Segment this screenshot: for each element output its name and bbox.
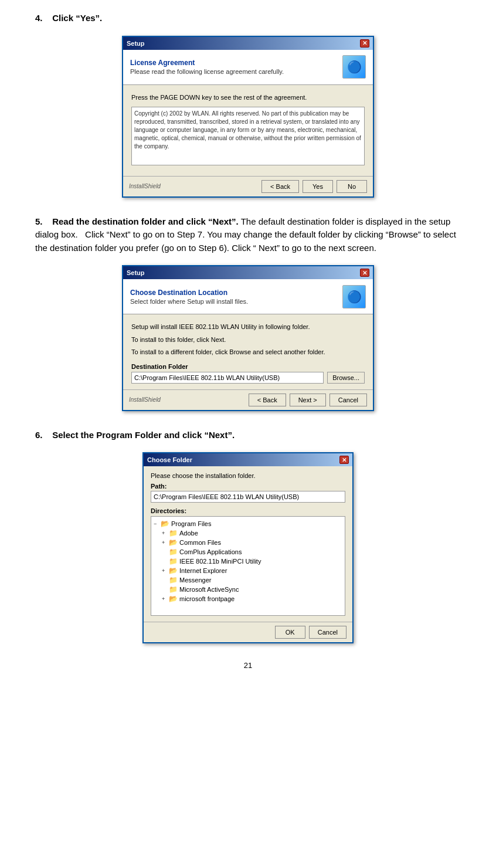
destination-cancel-button[interactable]: Cancel	[329, 394, 367, 406]
step-4-number: 4.	[35, 13, 43, 23]
license-text-area[interactable]: Copyright (c) 2002 by WLAN. All rights r…	[131, 107, 365, 165]
folder-titlebar: Choose Folder ✕	[144, 453, 352, 466]
dir-label: Directories:	[151, 507, 345, 514]
destination-panel-title: Choose Destination Location	[130, 289, 248, 297]
folder-dialog-wrapper: Choose Folder ✕ Please choose the instal…	[35, 452, 461, 643]
step-6: 6. Select the Program Folder and click “…	[35, 429, 461, 644]
folder-dialog: Choose Folder ✕ Please choose the instal…	[142, 452, 354, 643]
tree-item-label: Adobe	[179, 530, 198, 537]
license-dialog-footer: InstallShield < Back Yes No	[123, 176, 373, 196]
destination-titlebar: Setup ✕	[123, 266, 373, 279]
destination-brand: InstallShield	[129, 396, 161, 403]
path-label: Path:	[151, 483, 345, 490]
dest-content-line-3: To install to a different folder, click …	[131, 348, 365, 357]
dest-folder-input[interactable]	[131, 372, 324, 384]
license-panel-sub: Please read the following license agreem…	[130, 68, 284, 75]
step-6-header: 6. Select the Program Folder and click “…	[35, 429, 461, 442]
step-6-number: 6.	[35, 430, 43, 440]
page-number: 21	[35, 661, 461, 670]
folder-ok-button[interactable]: OK	[275, 626, 305, 639]
dir-tree[interactable]: −📂Program Files+📁Adobe+📂Common Files📁Com…	[151, 516, 345, 616]
step-4-header: 4. Click “Yes”.	[35, 12, 461, 25]
destination-dialog-footer: InstallShield < Back Next > Cancel	[123, 389, 373, 410]
license-dialog-content: Press the PAGE DOWN key to see the rest …	[123, 85, 373, 176]
browse-button[interactable]: Browse...	[327, 372, 365, 384]
step-5: 5. Read the destination folder and click…	[35, 215, 461, 411]
tree-item-label: IEEE 802.11b MiniPCI Utility	[179, 558, 261, 565]
tree-expand-icon: +	[162, 568, 168, 574]
tree-item[interactable]: +📂microsoft frontpage	[154, 594, 342, 603]
step-5-header: 5. Read the destination folder and click…	[35, 215, 461, 255]
license-no-button[interactable]: No	[337, 180, 367, 193]
license-brand: InstallShield	[129, 183, 161, 189]
tree-item-label: microsoft frontpage	[179, 595, 235, 602]
tree-item-label: Messenger	[179, 577, 211, 584]
license-dialog: Setup ✕ License Agreement Please read th…	[122, 36, 374, 198]
license-back-button[interactable]: < Back	[261, 180, 299, 193]
destination-panel-header: Choose Destination Location Select folde…	[123, 279, 373, 314]
destination-dialog-wrapper: Setup ✕ Choose Destination Location Sele…	[35, 265, 461, 411]
destination-panel-header-text: Choose Destination Location Select folde…	[130, 289, 248, 305]
license-panel-icon: 🔵	[342, 55, 366, 79]
step-5-bold: Read the destination folder and click “N…	[52, 216, 239, 226]
destination-back-button[interactable]: < Back	[249, 394, 286, 406]
tree-item-label: ComPlus Applications	[179, 548, 242, 555]
tree-item-label: Program Files	[171, 520, 211, 527]
step-4-bold: Click “Yes”.	[52, 13, 102, 23]
folder-close-button[interactable]: ✕	[339, 456, 349, 464]
path-input[interactable]	[151, 491, 345, 503]
destination-panel-sub: Select folder where Setup will install f…	[130, 298, 248, 305]
tree-item[interactable]: 📁IEEE 802.11b MiniPCI Utility	[154, 557, 342, 566]
folder-icon: 📂	[169, 595, 178, 603]
tree-item[interactable]: 📁Messenger	[154, 575, 342, 585]
folder-icon: 📂	[161, 520, 169, 528]
folder-icon: 📁	[169, 529, 178, 537]
destination-dialog: Setup ✕ Choose Destination Location Sele…	[122, 265, 374, 411]
license-title-text: Setup	[127, 40, 145, 47]
license-text: Copyright (c) 2002 by WLAN. All rights r…	[134, 110, 361, 150]
license-page-down-text: Press the PAGE DOWN key to see the rest …	[131, 93, 365, 102]
tree-item-label: Internet Explorer	[179, 567, 227, 574]
folder-icon: 📂	[169, 538, 178, 547]
tree-item[interactable]: −📂Program Files	[154, 519, 342, 528]
tree-item[interactable]: 📁ComPlus Applications	[154, 547, 342, 557]
license-panel-header: License Agreement Please read the follow…	[123, 50, 373, 85]
tree-expand-icon: +	[162, 540, 168, 545]
destination-next-button[interactable]: Next >	[290, 394, 326, 406]
license-panel-header-text: License Agreement Please read the follow…	[130, 59, 284, 75]
tree-item-label: Microsoft ActiveSync	[179, 586, 239, 593]
license-panel-title: License Agreement	[130, 59, 284, 67]
tree-expand-icon: +	[162, 530, 168, 536]
folder-icon: 📁	[169, 557, 178, 565]
tree-item[interactable]: +📂Common Files	[154, 538, 342, 547]
tree-item[interactable]: +📁Adobe	[154, 528, 342, 538]
folder-icon: 📂	[169, 567, 178, 575]
license-titlebar: Setup ✕	[123, 37, 373, 50]
folder-icon: 📁	[169, 585, 178, 594]
folder-icon: 📁	[169, 548, 178, 556]
destination-close-button[interactable]: ✕	[360, 269, 369, 277]
tree-expand-icon: +	[162, 596, 168, 602]
step-5-number: 5.	[35, 216, 43, 226]
step-4: 4. Click “Yes”. Setup ✕ License Agreemen…	[35, 12, 461, 198]
license-yes-button[interactable]: Yes	[303, 180, 333, 193]
destination-dialog-content: Setup will install IEEE 802.11b WLAN Uti…	[123, 314, 373, 389]
folder-dialog-footer: OK Cancel	[144, 622, 352, 642]
tree-expand-icon: −	[154, 521, 159, 527]
destination-panel-icon: 🔵	[342, 285, 366, 308]
folder-dialog-body: Please choose the installation folder. P…	[144, 466, 352, 622]
tree-item-label: Common Files	[179, 539, 221, 546]
dest-content-line-1: Setup will install IEEE 802.11b WLAN Uti…	[131, 323, 365, 331]
destination-title-text: Setup	[127, 269, 145, 276]
license-dialog-wrapper: Setup ✕ License Agreement Please read th…	[35, 36, 461, 198]
folder-cancel-button[interactable]: Cancel	[309, 626, 346, 639]
step-6-bold: Select the Program Folder and click “Nex…	[52, 430, 235, 440]
dest-folder-section: Destination Folder Browse...	[131, 363, 365, 384]
folder-title-text: Choose Folder	[147, 456, 192, 463]
license-close-button[interactable]: ✕	[360, 39, 369, 48]
dest-content-line-2: To install to this folder, click Next.	[131, 335, 365, 344]
tree-item[interactable]: 📁Microsoft ActiveSync	[154, 585, 342, 594]
tree-item[interactable]: +📂Internet Explorer	[154, 566, 342, 575]
folder-icon: 📁	[169, 576, 178, 584]
dest-folder-label: Destination Folder	[131, 363, 365, 370]
